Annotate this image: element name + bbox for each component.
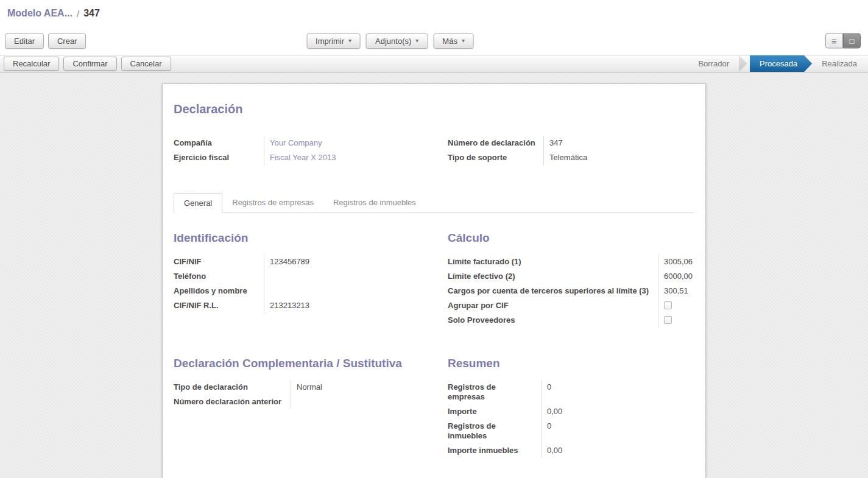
cif-nif-rl-label: CIF/NIF R.L. bbox=[174, 298, 264, 313]
limite-facturado-label: Límite facturado (1) bbox=[448, 255, 658, 269]
declaration-number-value: 347 bbox=[543, 136, 694, 150]
agrupar-cif-label: Agrupar por CIF bbox=[448, 298, 658, 313]
calculation-title: Cálculo bbox=[448, 231, 694, 245]
registros-empresas-value: 0 bbox=[541, 380, 630, 404]
telefono-value bbox=[264, 269, 442, 284]
complementary-title: Declaración Complementaria / Sustitutiva bbox=[174, 357, 448, 370]
attachments-dropdown-button[interactable]: Adjunto(s) ▾ bbox=[366, 33, 428, 49]
form-view-icon: □ bbox=[850, 37, 855, 46]
list-view-icon: ≡ bbox=[831, 36, 837, 46]
support-type-label: Tipo de soporte bbox=[448, 150, 543, 165]
breadcrumb-separator: / bbox=[77, 9, 79, 19]
company-value[interactable]: Your Company bbox=[264, 136, 442, 150]
tab-registros-empresas[interactable]: Registros de empresas bbox=[222, 193, 323, 213]
identification-section: Identificación CIF/NIF 123456789 Teléfon… bbox=[174, 231, 448, 313]
identification-group: CIF/NIF 123456789 Teléfono Apellidos y n… bbox=[174, 255, 442, 313]
registros-inmuebles-label: Registros de inmuebles bbox=[448, 419, 541, 443]
declaration-number-label: Número de declaración bbox=[448, 136, 543, 150]
recalculate-button[interactable]: Recalcular bbox=[4, 57, 59, 71]
state-indicator: Borrador Procesada Realizada bbox=[688, 55, 868, 72]
support-type-value: Telemática bbox=[543, 150, 694, 165]
view-switcher: ≡ □ bbox=[825, 33, 861, 49]
cancel-button[interactable]: Cancelar bbox=[121, 57, 171, 71]
list-view-button[interactable]: ≡ bbox=[825, 33, 843, 49]
header-left-group: Compañía Your Company Ejercicio fiscal F… bbox=[174, 136, 442, 165]
tipo-declaracion-value: Normal bbox=[291, 380, 442, 395]
apellidos-label: Apellidos y nombre bbox=[174, 284, 264, 298]
tab-content-general: Identificación CIF/NIF 123456789 Teléfon… bbox=[174, 213, 694, 478]
cif-nif-rl-value: 213213213 bbox=[264, 298, 442, 313]
numero-anterior-label: Número declaración anterior bbox=[174, 395, 291, 409]
chevron-down-icon: ▾ bbox=[462, 38, 465, 44]
complementary-section: Declaración Complementaria / Sustitutiva… bbox=[174, 357, 448, 409]
solo-proveedores-label: Solo Proveedores bbox=[448, 313, 658, 328]
importe-inmuebles-value: 0,00 bbox=[541, 443, 630, 458]
solo-proveedores-checkbox[interactable] bbox=[664, 316, 672, 324]
summary-section: Resumen Registros de empresas 0 Importe … bbox=[448, 357, 694, 458]
more-label: Más bbox=[442, 37, 457, 46]
workflow-buttons: Recalcular Confirmar Cancelar bbox=[4, 57, 171, 71]
cargos-terceros-label: Cargos por cuenta de terceros superiores… bbox=[448, 284, 658, 298]
limite-facturado-value: 3005,06 bbox=[658, 255, 694, 269]
header-fields: Compañía Your Company Ejercicio fiscal F… bbox=[174, 136, 694, 165]
limite-efectivo-value: 6000,00 bbox=[658, 269, 694, 284]
importe-value: 0,00 bbox=[541, 404, 630, 419]
form-sheet: Declaración Compañía Your Company Ejerci… bbox=[162, 83, 706, 478]
chevron-down-icon: ▾ bbox=[415, 38, 418, 44]
breadcrumb-current: 347 bbox=[83, 8, 100, 19]
notebook-tabs: General Registros de empresas Registros … bbox=[174, 193, 694, 213]
content-area: Declaración Compañía Your Company Ejerci… bbox=[0, 72, 868, 478]
edit-button[interactable]: Editar bbox=[5, 33, 44, 49]
complementary-group: Tipo de declaración Normal Número declar… bbox=[174, 380, 442, 409]
company-label: Compañía bbox=[174, 136, 264, 150]
agrupar-cif-field bbox=[658, 298, 694, 313]
telefono-label: Teléfono bbox=[174, 269, 264, 284]
print-label: Imprimir bbox=[316, 37, 344, 46]
header-right-group: Número de declaración 347 Tipo de soport… bbox=[448, 136, 694, 165]
apellidos-value bbox=[264, 284, 442, 298]
cif-nif-label: CIF/NIF bbox=[174, 255, 264, 269]
calculation-group: Límite facturado (1) 3005,06 Límite efec… bbox=[448, 255, 694, 328]
attachments-label: Adjunto(s) bbox=[375, 37, 411, 46]
numero-anterior-value bbox=[291, 395, 442, 409]
chevron-down-icon: ▾ bbox=[348, 38, 351, 44]
create-button[interactable]: Crear bbox=[48, 33, 86, 49]
fiscal-year-value[interactable]: Fiscal Year X 2013 bbox=[264, 150, 442, 165]
registros-inmuebles-value: 0 bbox=[541, 419, 630, 443]
tab-general[interactable]: General bbox=[174, 193, 222, 213]
breadcrumb-bar: Modelo AEA... / 347 bbox=[0, 0, 868, 27]
print-dropdown-button[interactable]: Imprimir ▾ bbox=[306, 33, 361, 49]
summary-title: Resumen bbox=[448, 357, 694, 370]
agrupar-cif-checkbox[interactable] bbox=[664, 301, 672, 309]
importe-label: Importe bbox=[448, 404, 541, 419]
limite-efectivo-label: Límite efectivo (2) bbox=[448, 269, 658, 284]
chevron-right-icon bbox=[739, 55, 747, 72]
record-action-buttons: Editar Crear bbox=[5, 33, 86, 49]
action-toolbar: Editar Crear Imprimir ▾ Adjunto(s) ▾ Más… bbox=[0, 27, 868, 55]
cif-nif-value: 123456789 bbox=[264, 255, 442, 269]
document-action-buttons: Imprimir ▾ Adjunto(s) ▾ Más ▾ bbox=[306, 33, 474, 49]
summary-group: Registros de empresas 0 Importe 0,00 Reg… bbox=[448, 380, 630, 458]
confirm-button[interactable]: Confirmar bbox=[63, 57, 116, 71]
fiscal-year-label: Ejercicio fiscal bbox=[174, 150, 264, 165]
calculation-section: Cálculo Límite facturado (1) 3005,06 Lím… bbox=[448, 231, 694, 328]
statusbar: Recalcular Confirmar Cancelar Borrador P… bbox=[0, 55, 868, 72]
more-dropdown-button[interactable]: Más ▾ bbox=[433, 33, 474, 49]
solo-proveedores-field bbox=[658, 313, 694, 328]
importe-inmuebles-label: Importe inmuebles bbox=[448, 443, 541, 458]
breadcrumb-parent-link[interactable]: Modelo AEA... bbox=[7, 8, 72, 19]
identification-title: Identificación bbox=[174, 231, 448, 245]
registros-empresas-label: Registros de empresas bbox=[448, 380, 541, 404]
form-view-button[interactable]: □ bbox=[843, 33, 861, 49]
state-procesada: Procesada bbox=[750, 55, 812, 72]
cargos-terceros-value: 300,51 bbox=[658, 284, 694, 298]
tipo-declaracion-label: Tipo de declaración bbox=[174, 380, 291, 395]
form-title: Declaración bbox=[174, 102, 694, 116]
state-borrador: Borrador bbox=[688, 55, 739, 72]
state-realizada: Realizada bbox=[812, 55, 868, 72]
tab-registros-inmuebles[interactable]: Registros de inmuebles bbox=[323, 193, 426, 213]
